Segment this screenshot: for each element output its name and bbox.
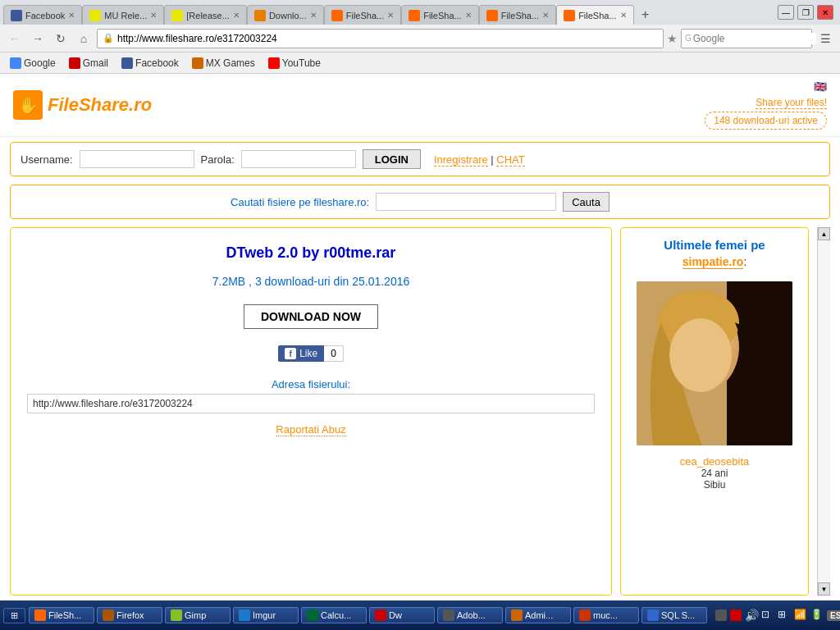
tab-label-mu1: MU Rele... bbox=[104, 11, 147, 21]
taskbar-dw[interactable]: Calcu... bbox=[301, 607, 367, 623]
taskbar-sql-icon bbox=[579, 609, 591, 621]
tab-close-fs2[interactable]: ✕ bbox=[465, 11, 472, 20]
taskbar-imgur[interactable]: Gimp bbox=[165, 607, 231, 623]
reload-button[interactable]: ↻ bbox=[51, 29, 71, 48]
tab-close-mu1[interactable]: ✕ bbox=[150, 11, 157, 20]
facebook-like-button[interactable]: f Like bbox=[278, 345, 324, 362]
tab-favicon-release bbox=[171, 10, 183, 21]
page-scrollbar[interactable]: ▲ ▼ bbox=[817, 227, 830, 596]
start-button[interactable]: ⊞ bbox=[3, 608, 25, 623]
profile-age: 24 ani bbox=[701, 468, 728, 479]
downloads-active-badge[interactable]: 148 download-uri active bbox=[705, 112, 827, 130]
profile-username[interactable]: cea_deosebita bbox=[680, 455, 750, 468]
page-content: ✋ FileShare.ro 🇬🇧 Share your files! 148 … bbox=[0, 74, 840, 600]
maximize-button[interactable]: ❐ bbox=[797, 5, 814, 20]
browser-search-input[interactable] bbox=[693, 33, 816, 44]
bookmark-youtube[interactable]: YouTube bbox=[265, 56, 324, 71]
tab-fs1[interactable]: FileSha... ✕ bbox=[324, 5, 401, 25]
tab-close-download[interactable]: ✕ bbox=[310, 11, 317, 20]
profile-image[interactable] bbox=[637, 281, 792, 445]
search-button[interactable]: Cauta bbox=[563, 192, 609, 212]
taskbar-sql[interactable]: muc... bbox=[573, 607, 639, 623]
taskbar-adobe[interactable]: Dw bbox=[369, 607, 435, 623]
side-panel: Ultimele femei pe simpatie.ro: bbox=[620, 227, 809, 596]
window-controls: — ❐ ✕ bbox=[774, 2, 837, 23]
bookmarks-bar: Google Gmail Facebook MX Games YouTube bbox=[0, 52, 840, 74]
tab-close-facebook[interactable]: ✕ bbox=[68, 11, 75, 20]
forward-button[interactable]: → bbox=[28, 29, 48, 48]
download-now-button[interactable]: DOWNLOAD NOW bbox=[244, 304, 378, 329]
tab-close-fs1[interactable]: ✕ bbox=[387, 11, 394, 20]
taskbar-imgur-icon bbox=[171, 609, 182, 621]
register-link[interactable]: Inregistrare bbox=[434, 153, 488, 167]
browser-search-bar[interactable]: G bbox=[681, 29, 812, 48]
share-files-link[interactable]: Share your files! bbox=[756, 97, 827, 109]
tab-fs4-active[interactable]: FileSha... ✕ bbox=[556, 5, 633, 25]
bookmark-gmail-label: Gmail bbox=[83, 57, 108, 69]
tab-facebook[interactable]: Facebook ✕ bbox=[3, 5, 82, 25]
tab-mu1[interactable]: MU Rele... ✕ bbox=[82, 5, 164, 25]
scroll-up-button[interactable]: ▲ bbox=[818, 227, 830, 240]
minimize-button[interactable]: — bbox=[778, 5, 794, 20]
tab-favicon-fs3 bbox=[486, 10, 498, 21]
tray-icon-win[interactable]: ⊞ bbox=[778, 609, 791, 622]
taskbar-firefox[interactable]: Firefox bbox=[97, 607, 162, 623]
bookmark-star-icon[interactable]: ★ bbox=[667, 32, 678, 45]
taskbar-ip[interactable]: SQL S... bbox=[641, 607, 707, 623]
bookmark-mxgames[interactable]: MX Games bbox=[189, 56, 258, 71]
taskbar-admin-label: Adob... bbox=[457, 610, 486, 620]
file-address-input[interactable] bbox=[27, 394, 595, 413]
taskbar-dw-icon bbox=[307, 609, 318, 621]
bookmark-gmail[interactable]: Gmail bbox=[66, 56, 112, 71]
back-button[interactable]: ← bbox=[5, 29, 25, 48]
username-input[interactable] bbox=[80, 150, 194, 168]
tab-download[interactable]: Downlo... ✕ bbox=[247, 5, 324, 25]
report-abuse-link[interactable]: Raportati Abuz bbox=[276, 423, 345, 436]
bookmark-facebook-label: Facebook bbox=[135, 57, 179, 69]
bookmark-facebook[interactable]: Facebook bbox=[118, 56, 182, 71]
address-input[interactable] bbox=[117, 33, 658, 44]
home-button[interactable]: ⌂ bbox=[74, 29, 94, 48]
tray-icon-screen[interactable]: ⊡ bbox=[761, 609, 774, 622]
fileshare-logo: ✋ FileShare.ro bbox=[13, 90, 152, 120]
search-section: Cautati fisiere pe fileshare.ro: Cauta bbox=[10, 185, 830, 219]
scroll-down-button[interactable]: ▼ bbox=[818, 582, 830, 596]
gmail-favicon bbox=[69, 57, 80, 69]
taskbar-calc[interactable]: Imgur bbox=[233, 607, 299, 623]
login-button[interactable]: LOGIN bbox=[363, 149, 421, 169]
taskbar-adobe-icon bbox=[375, 609, 386, 621]
tab-release[interactable]: [Release... ✕ bbox=[164, 5, 247, 25]
like-count: 0 bbox=[324, 345, 344, 362]
tab-fs3[interactable]: FileSha... ✕ bbox=[479, 5, 556, 25]
new-tab-button[interactable]: + bbox=[634, 5, 657, 25]
language-indicator[interactable]: ESP bbox=[827, 610, 840, 621]
address-bar[interactable]: 🔒 bbox=[97, 29, 664, 48]
taskbar-fileshare[interactable]: FileSh... bbox=[29, 607, 94, 623]
taskbar-calc-label: Imgur bbox=[253, 610, 276, 620]
tools-button[interactable]: ☰ bbox=[815, 29, 835, 48]
simpatie-link[interactable]: simpatie.ro bbox=[682, 255, 744, 269]
tab-favicon-download bbox=[254, 10, 266, 21]
tab-close-fs4[interactable]: ✕ bbox=[620, 11, 627, 20]
tab-close-fs3[interactable]: ✕ bbox=[542, 11, 549, 20]
scroll-track[interactable] bbox=[818, 240, 830, 582]
taskbar-admin[interactable]: Adob... bbox=[437, 607, 503, 623]
tab-close-release[interactable]: ✕ bbox=[233, 11, 240, 20]
side-panel-title-line2: simpatie.ro: bbox=[682, 255, 747, 268]
tabs-container: Facebook ✕ MU Rele... ✕ [Release... ✕ Do… bbox=[3, 0, 774, 25]
tray-icon-net: 📶 bbox=[794, 609, 807, 622]
tab-fs2[interactable]: FileSha... ✕ bbox=[401, 5, 478, 25]
tray-icon-1 bbox=[715, 609, 727, 621]
bookmark-google[interactable]: Google bbox=[7, 56, 59, 71]
taskbar-muc[interactable]: Admi... bbox=[505, 607, 571, 623]
toolbar-right: ★ bbox=[667, 32, 678, 45]
close-button[interactable]: ✕ bbox=[817, 5, 833, 20]
search-field[interactable] bbox=[376, 193, 556, 211]
tab-favicon-facebook bbox=[11, 10, 22, 21]
chat-link[interactable]: CHAT bbox=[496, 153, 524, 167]
side-panel-title-line1: Ultimele femei pe bbox=[664, 238, 765, 252]
main-area: DTweb 2.0 by r00tme.rar 7.2MB , 3 downlo… bbox=[10, 227, 830, 596]
tray-icon-volume[interactable]: 🔊 bbox=[745, 609, 758, 622]
taskbar-muc-icon bbox=[511, 609, 523, 621]
password-input[interactable] bbox=[241, 150, 356, 168]
